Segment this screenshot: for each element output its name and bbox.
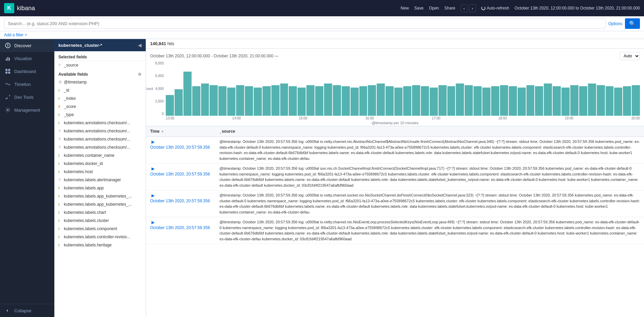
chart-bar[interactable] <box>553 86 561 116</box>
chart-bar[interactable] <box>465 85 473 116</box>
chart-bar[interactable] <box>588 83 596 116</box>
available-field-item[interactable]: ⏱@timestamp <box>54 78 146 86</box>
available-field-item[interactable]: tkubernetes.labels.app <box>54 184 146 192</box>
chart-bar[interactable] <box>227 88 235 116</box>
available-field-item[interactable]: tkubernetes.container_name <box>54 151 146 160</box>
options-link[interactable]: Options <box>608 21 622 26</box>
chart-bar[interactable] <box>342 86 350 116</box>
chart-bar[interactable] <box>394 88 402 116</box>
available-field-item[interactable]: ?kubernetes.annotations.checksum/... <box>54 135 146 143</box>
chart-bar[interactable] <box>368 85 376 116</box>
available-field-item[interactable]: ?kubernetes.labels.alertmanager <box>54 176 146 184</box>
table-cell-time[interactable]: October 13th 2020, 20:57:59.356 <box>150 225 210 230</box>
sidebar-item-management[interactable]: Management <box>0 104 54 116</box>
sidebar-item-discover[interactable]: Discover <box>0 39 54 52</box>
chart-bar[interactable] <box>377 83 385 116</box>
sidebar-item-devtools[interactable]: Dev Tools <box>0 91 54 104</box>
chart-bar[interactable] <box>518 88 526 116</box>
chart-bar[interactable] <box>482 88 490 116</box>
chart-bar[interactable] <box>473 86 482 116</box>
chart-bar[interactable] <box>386 86 394 116</box>
open-button[interactable]: Open <box>429 6 439 11</box>
available-field-item[interactable]: tkubernetes.docker_id <box>54 160 146 168</box>
chart-bar[interactable] <box>500 85 508 116</box>
row-expand-button[interactable]: ▶ <box>150 166 156 172</box>
available-field-item[interactable]: t_index <box>54 94 146 102</box>
chart-bar[interactable] <box>456 83 464 116</box>
chart-bar[interactable] <box>359 86 368 116</box>
chart-bar[interactable] <box>263 86 271 116</box>
chart-bar[interactable] <box>306 85 315 116</box>
time-range-display[interactable]: October 13th 2020, 12:00:00.000 to Octob… <box>515 6 640 11</box>
chart-bar[interactable] <box>614 88 622 116</box>
chart-bar[interactable] <box>535 86 543 116</box>
sidebar-item-visualize[interactable]: Visualize <box>0 52 54 65</box>
available-field-item[interactable]: t_type <box>54 111 146 119</box>
chart-bar[interactable] <box>183 72 192 116</box>
chart-bar[interactable] <box>561 88 570 116</box>
chart-bar[interactable] <box>236 85 244 116</box>
chart-bar[interactable] <box>544 83 552 116</box>
time-next-button[interactable]: › <box>469 4 476 12</box>
row-expand-button[interactable]: ▶ <box>150 219 156 225</box>
selected-field-source[interactable]: ? _source <box>54 61 146 69</box>
available-fields-gear-icon[interactable]: ⚙ <box>138 72 142 77</box>
table-cell-time[interactable]: October 13th 2020, 20:57:59.356 <box>150 199 210 203</box>
chart-bar[interactable] <box>210 85 218 116</box>
table-cell-time[interactable]: October 13th 2020, 20:57:59.356 <box>150 145 210 150</box>
chart-bar[interactable] <box>579 86 587 116</box>
chart-bar[interactable] <box>315 86 323 116</box>
chart-bar[interactable] <box>570 85 578 116</box>
chart-bar[interactable] <box>623 86 631 116</box>
available-field-item[interactable]: ?kubernetes.annotations.checksum/... <box>54 143 146 151</box>
chart-bar[interactable] <box>491 86 499 116</box>
sidebar-item-dashboard[interactable]: Dashboard <box>0 65 54 78</box>
available-field-item[interactable]: tkubernetes.labels.component <box>54 225 146 233</box>
sidebar-item-timelion[interactable]: Timelion <box>0 78 54 91</box>
chart-bar[interactable] <box>597 85 605 116</box>
chart-bar[interactable] <box>447 86 455 116</box>
available-field-item[interactable]: ?kubernetes.annotations.checksum/... <box>54 127 146 135</box>
available-field-item[interactable]: tkubernetes.labels.controller-revisio... <box>54 233 146 241</box>
chart-bar[interactable] <box>421 86 429 116</box>
chart-bar[interactable] <box>289 86 297 116</box>
row-expand-button[interactable]: ▶ <box>150 139 156 145</box>
available-field-item[interactable]: tkubernetes.labels.chart <box>54 208 146 217</box>
table-cell-time[interactable]: October 13th 2020, 20:57:59.356 <box>150 172 210 176</box>
chart-bar[interactable] <box>245 86 253 116</box>
chart-bar[interactable] <box>351 88 359 116</box>
available-field-item[interactable]: #_score <box>54 102 146 111</box>
chart-bar[interactable] <box>271 85 280 116</box>
chart-bar[interactable] <box>192 86 200 116</box>
available-field-item[interactable]: tkubernetes.host <box>54 168 146 176</box>
available-field-item[interactable]: tkubernetes.labels.cluster <box>54 217 146 225</box>
save-button[interactable]: Save <box>414 6 424 11</box>
chart-bar[interactable] <box>632 85 640 116</box>
chart-bar[interactable] <box>324 83 332 116</box>
chart-bar[interactable] <box>412 85 420 116</box>
available-field-item[interactable]: tkubernetes.labels.heritage <box>54 241 146 249</box>
share-button[interactable]: Share <box>444 6 455 11</box>
chart-bar[interactable] <box>218 86 227 116</box>
available-field-item[interactable]: t_id <box>54 86 146 94</box>
chart-bar[interactable] <box>166 95 174 116</box>
chart-interval-select[interactable]: Auto <box>620 52 640 60</box>
available-field-item[interactable]: tkubernetes.annotations.checksum/... <box>54 119 146 127</box>
panel-collapse-button[interactable]: ◀ <box>138 42 142 48</box>
add-filter-button[interactable]: Add a filter + <box>4 33 27 37</box>
chart-bar[interactable] <box>254 88 262 116</box>
time-prev-button[interactable]: ‹ <box>461 4 467 12</box>
search-input[interactable] <box>4 19 606 29</box>
chart-bar[interactable] <box>280 83 288 116</box>
chart-bar[interactable] <box>509 86 517 116</box>
available-field-item[interactable]: tkubernetes.labels.app_kubernetes_... <box>54 200 146 208</box>
chart-bar[interactable] <box>333 85 341 116</box>
chart-bar[interactable] <box>439 85 447 116</box>
chart-bar[interactable] <box>430 88 438 116</box>
row-expand-button[interactable]: ▶ <box>150 192 156 199</box>
new-button[interactable]: New <box>401 6 409 11</box>
chart-bar[interactable] <box>175 89 183 116</box>
chart-bar[interactable] <box>298 88 306 116</box>
collapse-button[interactable]: Collapse <box>0 304 54 317</box>
auto-refresh-button[interactable]: Auto-refresh <box>487 6 509 11</box>
